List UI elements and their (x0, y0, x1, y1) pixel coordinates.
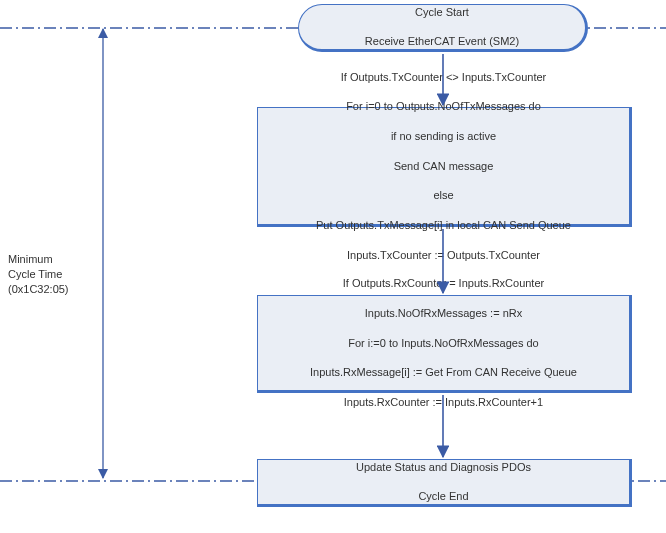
cycle-time-label: Minimum Cycle Time (0x1C32:05) (8, 252, 118, 297)
cycle-time-label-line1: Minimum (8, 252, 118, 267)
end-line2: Cycle End (356, 489, 531, 504)
cycle-time-label-line2: Cycle Time (8, 267, 118, 282)
end-line1: Update Status and Diagnosis PDOs (356, 460, 531, 475)
rx-line3: For i:=0 to Inputs.NoOfRxMessages do (310, 336, 577, 351)
node-tx-step: If Outputs.TxCounter <> Inputs.TxCounter… (257, 107, 632, 227)
node-rx-step: If Outputs.RxCounter = Inputs.RxCounter … (257, 295, 632, 393)
node-cycle-start-line1: Cycle Start (365, 5, 519, 20)
tx-line1: If Outputs.TxCounter <> Inputs.TxCounter (316, 70, 571, 85)
rx-line1: If Outputs.RxCounter = Inputs.RxCounter (310, 276, 577, 291)
tx-line4: Send CAN message (316, 159, 571, 174)
rx-line2: Inputs.NoOfRxMessages := nRx (310, 306, 577, 321)
node-cycle-start: Cycle Start Receive EtherCAT Event (SM2) (298, 4, 588, 52)
cycle-time-label-line3: (0x1C32:05) (8, 282, 118, 297)
tx-line2: For i=0 to Outputs.NoOfTxMessages do (316, 99, 571, 114)
node-cycle-start-line2: Receive EtherCAT Event (SM2) (365, 34, 519, 49)
diagram-canvas: Minimum Cycle Time (0x1C32:05) Cycle Sta… (0, 0, 666, 533)
tx-line3: if no sending is active (316, 129, 571, 144)
node-tx-step-text: If Outputs.TxCounter <> Inputs.TxCounter… (316, 55, 571, 278)
tx-line5: else (316, 188, 571, 203)
rx-line5: Inputs.RxCounter := Inputs.RxCounter+1 (310, 395, 577, 410)
tx-line6: Put Outputs.TxMessage[i] in local CAN Se… (316, 218, 571, 233)
node-cycle-end: Update Status and Diagnosis PDOs Cycle E… (257, 459, 632, 507)
node-rx-step-text: If Outputs.RxCounter = Inputs.RxCounter … (310, 261, 577, 424)
tx-line7: Inputs.TxCounter := Outputs.TxCounter (316, 248, 571, 263)
node-cycle-end-text: Update Status and Diagnosis PDOs Cycle E… (356, 445, 531, 519)
rx-line4: Inputs.RxMessage[i] := Get From CAN Rece… (310, 365, 577, 380)
